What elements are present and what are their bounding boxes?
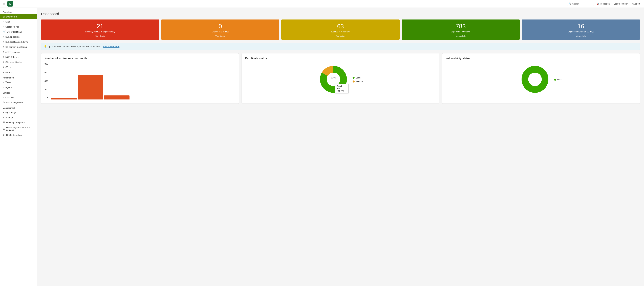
topbar-right: 🔍 📢 Feedback Logout (tvuser) Support xyxy=(567,2,641,6)
sidebar-item-crls[interactable]: ≡ CRLs xyxy=(0,64,37,70)
sidebar-label-alarms: Alarms xyxy=(6,71,12,74)
y-label-400: 400 xyxy=(44,80,48,82)
stat-view-expired[interactable]: View details xyxy=(44,35,156,37)
vuln-legend: Good xyxy=(554,78,562,81)
sidebar-item-order-cert[interactable]: 🛒 Order certificate xyxy=(0,29,37,34)
stat-desc-30-90: Expires in 30-90 days xyxy=(404,30,517,33)
svg-text:16.6%: 16.6% xyxy=(331,77,336,79)
stat-number-1-7: 0 xyxy=(164,23,277,30)
settings-icon: ≡ xyxy=(3,116,4,119)
adfs-icon: ≡ xyxy=(3,50,4,53)
stat-view-1-7[interactable]: View details xyxy=(164,35,277,37)
sidebar-item-mitid[interactable]: ≡ MitID Erhverv xyxy=(0,54,37,60)
bar-2 xyxy=(104,62,130,100)
search-box[interactable]: 🔍 xyxy=(567,2,594,6)
feedback-link[interactable]: 📢 Feedback xyxy=(595,2,611,5)
sidebar-label-ssl-certs: SSL certificates & keys xyxy=(6,41,28,43)
sidebar-item-ssl-endpoints[interactable]: ≡ SSL endpoints xyxy=(0,34,37,39)
vuln-donut xyxy=(520,64,550,95)
sidebar-item-citrix[interactable]: ≡ Citrix ADC xyxy=(0,95,37,100)
page-title: Dashboard xyxy=(41,12,640,16)
users-icon: ☰ xyxy=(3,127,5,130)
stat-desc-7-30: Expires in 7-30 days xyxy=(284,30,397,33)
vuln-donut-area: Good xyxy=(446,62,636,95)
sidebar-item-settings[interactable]: ≡ Settings xyxy=(0,115,37,120)
azure-icon: ⚙ xyxy=(3,101,5,104)
sidebar-item-search-filter[interactable]: ≡ Search / Filter xyxy=(0,24,37,29)
sidebar-item-stats[interactable]: ≡ Stats xyxy=(0,19,37,24)
filter-icon: ≡ xyxy=(3,25,4,28)
y-label-600: 600 xyxy=(44,71,48,74)
stat-view-90plus[interactable]: View details xyxy=(524,35,637,37)
sidebar-item-users-orgs[interactable]: ☰ Users, organizations and contacts xyxy=(0,125,37,132)
tip-text: Tip: TrustView can also monitor your ADF… xyxy=(48,45,100,48)
sidebar-label-templates: Message templates xyxy=(6,121,25,124)
ssl-certs-icon: ≡ xyxy=(3,40,4,43)
sidebar-label-order: Order certificate xyxy=(7,30,22,33)
sidebar-label-adfs: ADFS services xyxy=(6,51,20,53)
logout-link[interactable]: Logout (tvuser) xyxy=(612,2,630,5)
tip-icon: 💡 xyxy=(44,45,46,48)
sidebar-item-other-certs[interactable]: ≡ Other certificates xyxy=(0,60,37,64)
bar-5 xyxy=(184,62,209,100)
cert-status-title: Certificate status xyxy=(245,57,436,60)
sidebar-label-search: Search / Filter xyxy=(6,26,19,28)
sidebar-item-agents[interactable]: ≡ Agents xyxy=(0,85,37,90)
stat-card-90plus[interactable]: 16 Expires in more than 90 days View det… xyxy=(522,20,640,40)
cert-status-donut: 16.6% Good 726 (83.4%) xyxy=(318,64,348,95)
ssl-endpoints-icon: ≡ xyxy=(3,36,4,38)
bar-rect-2 xyxy=(104,96,130,100)
sidebar-item-ct-domain[interactable]: ≡ CT domain monitoring xyxy=(0,44,37,50)
cert-status-donut-area: 16.6% Good 726 (83.4%) Good xyxy=(245,62,436,95)
stat-view-7-30[interactable]: View details xyxy=(284,35,397,37)
menu-icon[interactable]: ☰ xyxy=(3,2,6,6)
stat-desc-expired: Recently expired or expires today xyxy=(44,30,156,33)
y-label-200: 200 xyxy=(44,88,48,91)
sidebar-item-alarms[interactable]: ≡ Alarms xyxy=(0,70,37,74)
cert-status-legend: Good Medium xyxy=(352,77,363,83)
automation-section-label: Automation xyxy=(0,74,37,80)
search-input[interactable] xyxy=(572,2,592,5)
legend-dot-good xyxy=(352,77,354,79)
tip-link[interactable]: Learn more here xyxy=(103,45,120,48)
vuln-status-chart-card: Vulnerability status Good xyxy=(442,53,640,104)
stat-view-30-90[interactable]: View details xyxy=(404,35,517,37)
stat-card-7-30[interactable]: 63 Expires in 7-30 days View details xyxy=(281,20,400,40)
y-labels: 800 600 400 200 0 xyxy=(44,62,49,100)
sidebar-label-other: Other certificates xyxy=(6,61,22,63)
sidebar-label-settings: Settings xyxy=(6,116,13,119)
legend-good: Good xyxy=(352,77,363,79)
search-icon: 🔍 xyxy=(568,2,571,5)
sidebar-label-tasks: Tasks xyxy=(6,81,11,84)
svg-text:S: S xyxy=(9,2,11,6)
sidebar-item-azure[interactable]: ⚙ Azure integration xyxy=(0,100,37,105)
sidebar-item-dns[interactable]: ⚙ DNS integration xyxy=(0,132,37,138)
expirations-chart-title: Number of expirations per month xyxy=(44,57,235,60)
bar-4 xyxy=(157,62,182,100)
sidebar-item-message-templates[interactable]: ☰ Message templates xyxy=(0,120,37,125)
stat-number-30-90: 783 xyxy=(404,23,517,30)
sidebar-item-ssl-certs[interactable]: ≡ SSL certificates & keys xyxy=(0,39,37,44)
sidebar-item-tasks[interactable]: ≡ Tasks xyxy=(0,80,37,85)
stat-card-30-90[interactable]: 783 Expires in 30-90 days View details xyxy=(402,20,520,40)
overview-section-label: Overview xyxy=(0,9,37,14)
sidebar-item-adfs[interactable]: ≡ ADFS services xyxy=(0,50,37,54)
ct-icon: ≡ xyxy=(3,46,4,48)
stat-card-1-7[interactable]: 0 Expires in 1-7 days View details xyxy=(161,20,280,40)
stat-card-expired[interactable]: 21 Recently expired or expires today Vie… xyxy=(41,20,159,40)
sidebar-item-dashboard[interactable]: ⊞ Dashboard xyxy=(0,14,37,19)
sidebar-label-crls: CRLs xyxy=(6,66,11,68)
support-link[interactable]: Support xyxy=(631,2,641,5)
sidebar-label-ssl-ep: SSL endpoints xyxy=(6,36,20,38)
app-logo: S xyxy=(8,1,13,6)
bar-0 xyxy=(51,62,76,100)
dashboard-icon: ⊞ xyxy=(3,15,5,18)
stat-number-90plus: 16 xyxy=(524,23,637,30)
citrix-icon: ≡ xyxy=(3,96,4,99)
legend-dot-medium xyxy=(352,80,354,82)
bar-chart: 800 600 400 200 0 xyxy=(44,62,235,100)
legend-medium: Medium xyxy=(352,80,363,83)
sidebar-item-my-settings[interactable]: ≡ My settings xyxy=(0,110,37,115)
order-icon: 🛒 xyxy=(3,30,6,33)
stat-cards-row: 21 Recently expired or expires today Vie… xyxy=(41,20,640,40)
